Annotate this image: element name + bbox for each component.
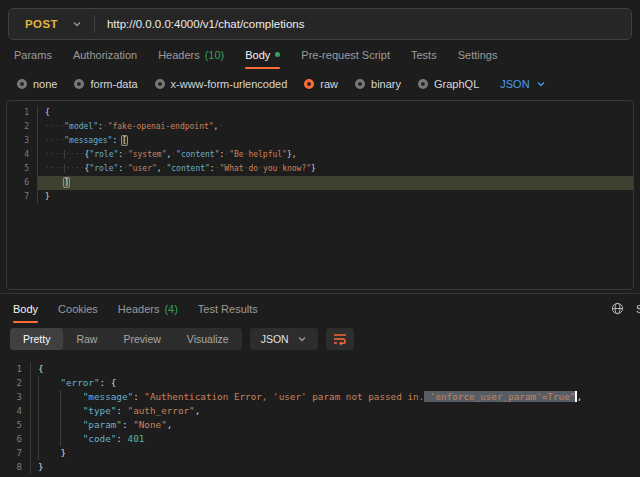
response-section: Body Cookies Headers(4) Test Results St … (0, 293, 640, 474)
code-line[interactable]: 4········{"role":·"system",·"content":·"… (7, 148, 633, 162)
tab-body[interactable]: Body (245, 40, 280, 70)
radio-icon (17, 79, 27, 89)
tab-tests[interactable]: Tests (411, 40, 437, 70)
active-tab-underline (13, 321, 38, 323)
line-number: 4 (0, 404, 30, 418)
url-input[interactable]: http://0.0.0.0:4000/v1/chat/completions (107, 18, 305, 30)
line-number: 7 (0, 446, 30, 460)
code-line[interactable]: 3····"messages":·[ (7, 134, 633, 148)
active-tab-underline (245, 67, 280, 69)
view-visualize[interactable]: Visualize (174, 328, 242, 350)
line-number: 3 (7, 134, 37, 148)
line-number: 7 (7, 190, 37, 204)
body-modified-dot-icon (275, 52, 280, 57)
tab-headers[interactable]: Headers(10) (158, 40, 224, 70)
response-headers-count-badge: (4) (164, 303, 177, 315)
line-number: 2 (0, 376, 30, 390)
body-mode-row: none form-data x-www-form-urlencoded raw… (0, 70, 640, 98)
line-number: 6 (0, 432, 30, 446)
mode-x-www-form-urlencoded[interactable]: x-www-form-urlencoded (155, 78, 288, 90)
wrap-lines-icon (333, 333, 347, 345)
chevron-down-icon (536, 79, 546, 89)
line-number: 2 (7, 120, 37, 134)
radio-icon (418, 79, 428, 89)
response-body-viewer[interactable]: 1{2"error": {3"message": "Authentication… (0, 354, 640, 474)
view-raw[interactable]: Raw (63, 328, 110, 350)
radio-icon (355, 79, 365, 89)
code-line[interactable]: 2"error": { (0, 376, 640, 390)
code-line[interactable]: 7} (7, 190, 633, 204)
response-editor-code[interactable]: 1{2"error": {3"message": "Authentication… (0, 362, 640, 474)
code-line[interactable]: 5"param": "None", (0, 418, 640, 432)
tab-settings[interactable]: Settings (458, 40, 498, 70)
code-line[interactable]: 1{ (0, 362, 640, 376)
response-tab-headers[interactable]: Headers(4) (118, 294, 178, 324)
code-line[interactable]: 3"message": "Authentication Error, 'user… (0, 390, 640, 404)
tab-pre-request-script[interactable]: Pre-request Script (301, 40, 390, 70)
mode-form-data[interactable]: form-data (74, 78, 137, 90)
response-tab-cookies[interactable]: Cookies (58, 294, 98, 324)
code-line[interactable]: 2····"model":·"fake-openai-endpoint",· (7, 120, 633, 134)
wrap-lines-button[interactable] (326, 328, 354, 350)
response-toolbar: Pretty Raw Preview Visualize JSON (0, 324, 640, 354)
globe-icon[interactable] (611, 302, 624, 317)
mode-none[interactable]: none (17, 78, 57, 90)
view-switcher: Pretty Raw Preview Visualize (10, 328, 242, 350)
line-number: 3 (0, 390, 30, 404)
method-selector[interactable]: POST (9, 18, 72, 30)
code-line[interactable]: 7} (0, 446, 640, 460)
view-preview[interactable]: Preview (110, 328, 173, 350)
url-bar: POST http://0.0.0.0:4000/v1/chat/complet… (8, 8, 632, 40)
line-number: 1 (7, 106, 37, 120)
response-tab-test-results[interactable]: Test Results (198, 294, 258, 324)
mode-raw[interactable]: raw (304, 78, 338, 90)
code-line[interactable]: 4"type": "auth_error", (0, 404, 640, 418)
radio-icon (155, 79, 165, 89)
line-number: 1 (0, 362, 30, 376)
code-line[interactable]: 5········{"role":·"user",·"content":·"Wh… (7, 162, 633, 176)
code-line[interactable]: 8} (0, 460, 640, 474)
tab-params[interactable]: Params (14, 40, 52, 70)
postman-app: { "request": { "method": "POST", "url": … (0, 0, 640, 477)
radio-selected-icon (304, 79, 314, 89)
status-label-clipped: St (636, 303, 640, 315)
request-tabs: Params Authorization Headers(10) Body Pr… (0, 40, 640, 70)
code-line[interactable]: 1{ (7, 106, 633, 120)
radio-icon (74, 79, 84, 89)
response-tab-body[interactable]: Body (13, 294, 38, 324)
response-tabs: Body Cookies Headers(4) Test Results St (0, 294, 640, 324)
line-number: 4 (7, 148, 37, 162)
mode-graphql[interactable]: GraphQL (418, 78, 479, 90)
tab-authorization[interactable]: Authorization (73, 40, 137, 70)
code-line[interactable]: 6····] (7, 176, 633, 190)
view-pretty[interactable]: Pretty (10, 328, 63, 350)
line-number: 8 (0, 460, 30, 474)
line-number: 5 (0, 418, 30, 432)
headers-count-badge: (10) (205, 49, 225, 61)
request-body-editor[interactable]: 1{2····"model":·"fake-openai-endpoint",·… (6, 100, 634, 290)
request-editor-code[interactable]: 1{2····"model":·"fake-openai-endpoint",·… (7, 106, 633, 204)
code-line[interactable]: 6"code": 401 (0, 432, 640, 446)
divider (94, 15, 95, 33)
chevron-down-icon[interactable] (72, 15, 82, 33)
line-number: 5 (7, 162, 37, 176)
mode-binary[interactable]: binary (355, 78, 401, 90)
line-number: 6 (7, 176, 37, 190)
response-language-selector[interactable]: JSON (250, 328, 318, 350)
raw-language-selector[interactable]: JSON (500, 78, 545, 90)
chevron-down-icon (297, 334, 307, 344)
